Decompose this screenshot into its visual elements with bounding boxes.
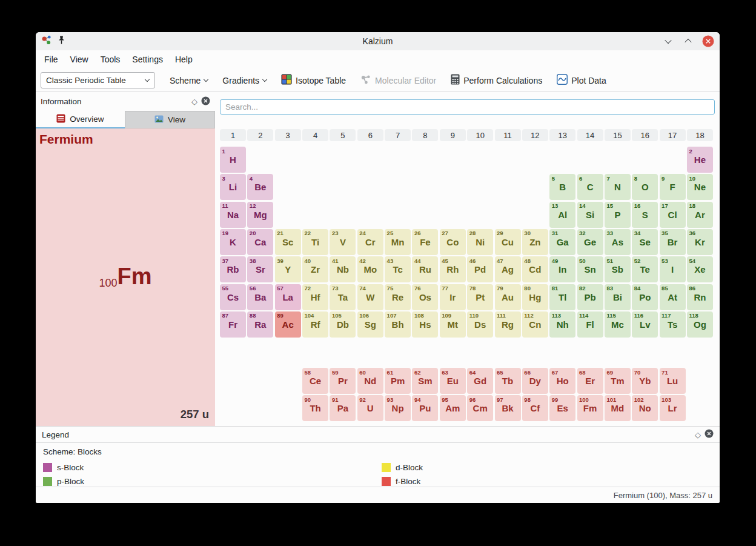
element-Rf[interactable]: 104Rf (302, 311, 328, 338)
element-Se[interactable]: 34Se (632, 229, 658, 255)
element-Rb[interactable]: 37Rb (220, 256, 246, 282)
element-Ru[interactable]: 44Ru (412, 256, 438, 282)
element-Dy[interactable]: 66Dy (522, 368, 548, 394)
element-Ne[interactable]: 10Ne (687, 174, 713, 200)
element-Nd[interactable]: 60Nd (357, 368, 383, 394)
element-Y[interactable]: 39Y (275, 256, 301, 282)
close-panel-icon[interactable] (705, 429, 714, 440)
close-button[interactable] (702, 35, 714, 47)
element-Ra[interactable]: 88Ra (247, 311, 273, 338)
element-P[interactable]: 15P (605, 202, 631, 228)
element-Cr[interactable]: 24Cr (357, 229, 383, 255)
element-Re[interactable]: 75Re (385, 284, 411, 310)
element-W[interactable]: 74W (357, 284, 383, 310)
element-No[interactable]: 102No (632, 395, 658, 421)
element-Tl[interactable]: 81Tl (549, 284, 575, 310)
element-Pu[interactable]: 94Pu (412, 395, 438, 421)
plot-data-button[interactable]: Plot Data (557, 74, 606, 87)
pin-icon[interactable] (58, 35, 65, 47)
element-Pa[interactable]: 91Pa (330, 395, 356, 421)
element-Pt[interactable]: 78Pt (467, 284, 493, 310)
float-panel-icon[interactable]: ◇ (191, 98, 197, 105)
menu-tools[interactable]: Tools (94, 50, 127, 69)
element-I[interactable]: 53I (660, 256, 686, 282)
perform-calculations-button[interactable]: Perform Calculations (451, 74, 542, 87)
element-Og[interactable]: 118Og (687, 311, 713, 338)
tab-overview[interactable]: Overview (36, 111, 125, 128)
menu-settings[interactable]: Settings (126, 50, 169, 69)
element-Rh[interactable]: 45Rh (440, 256, 466, 282)
element-Pd[interactable]: 46Pd (467, 256, 493, 282)
element-Ga[interactable]: 31Ga (549, 229, 575, 255)
element-Ca[interactable]: 20Ca (247, 229, 273, 255)
element-Al[interactable]: 13Al (549, 202, 575, 228)
close-panel-icon[interactable] (201, 96, 210, 107)
element-Md[interactable]: 101Md (605, 395, 631, 421)
element-Cn[interactable]: 112Cn (522, 311, 548, 338)
element-B[interactable]: 5B (549, 174, 575, 200)
element-Ir[interactable]: 77Ir (440, 284, 466, 310)
element-S[interactable]: 16S (632, 202, 658, 228)
element-Ac[interactable]: 89Ac (275, 311, 301, 338)
element-Rg[interactable]: 111Rg (495, 311, 521, 338)
menu-help[interactable]: Help (169, 50, 199, 69)
element-Ti[interactable]: 22Ti (302, 229, 328, 255)
element-La[interactable]: 57La (275, 284, 301, 310)
element-Cs[interactable]: 55Cs (220, 284, 246, 310)
element-Gd[interactable]: 64Gd (467, 368, 493, 394)
element-F[interactable]: 9F (660, 174, 686, 200)
element-Hf[interactable]: 72Hf (302, 284, 328, 310)
element-Sm[interactable]: 62Sm (412, 368, 438, 394)
element-Lu[interactable]: 71Lu (660, 368, 686, 394)
element-V[interactable]: 23V (330, 229, 356, 255)
element-Ar[interactable]: 18Ar (687, 202, 713, 228)
element-Sr[interactable]: 38Sr (247, 256, 273, 282)
element-Sg[interactable]: 106Sg (357, 311, 383, 338)
element-O[interactable]: 8O (632, 174, 658, 200)
element-N[interactable]: 7N (605, 174, 631, 200)
element-Cd[interactable]: 48Cd (522, 256, 548, 282)
element-Po[interactable]: 84Po (632, 284, 658, 310)
element-Hs[interactable]: 108Hs (412, 311, 438, 338)
element-At[interactable]: 85At (660, 284, 686, 310)
element-Am[interactable]: 95Am (440, 395, 466, 421)
element-Ba[interactable]: 56Ba (247, 284, 273, 310)
element-He[interactable]: 2He (687, 147, 713, 173)
element-Db[interactable]: 105Db (330, 311, 356, 338)
element-Ce[interactable]: 58Ce (302, 368, 328, 394)
menu-view[interactable]: View (64, 50, 94, 69)
element-U[interactable]: 92U (357, 395, 383, 421)
element-Tm[interactable]: 69Tm (605, 368, 631, 394)
element-Sn[interactable]: 50Sn (577, 256, 603, 282)
minimize-button[interactable] (662, 35, 674, 47)
element-As[interactable]: 33As (605, 229, 631, 255)
element-Hg[interactable]: 80Hg (522, 284, 548, 310)
element-Co[interactable]: 27Co (440, 229, 466, 255)
element-Nh[interactable]: 113Nh (549, 311, 575, 338)
element-Cm[interactable]: 96Cm (467, 395, 493, 421)
element-Nb[interactable]: 41Nb (330, 256, 356, 282)
element-Ts[interactable]: 117Ts (660, 311, 686, 338)
element-Zn[interactable]: 30Zn (522, 229, 548, 255)
element-Tc[interactable]: 43Tc (385, 256, 411, 282)
element-Eu[interactable]: 63Eu (440, 368, 466, 394)
menu-file[interactable]: File (38, 50, 64, 69)
element-Th[interactable]: 90Th (302, 395, 328, 421)
element-Li[interactable]: 3Li (220, 174, 246, 200)
element-Ho[interactable]: 67Ho (549, 368, 575, 394)
element-Fe[interactable]: 26Fe (412, 229, 438, 255)
element-H[interactable]: 1H (220, 147, 246, 173)
element-Mt[interactable]: 109Mt (440, 311, 466, 338)
element-Rn[interactable]: 86Rn (687, 284, 713, 310)
element-In[interactable]: 49In (549, 256, 575, 282)
float-panel-icon[interactable]: ◇ (695, 431, 701, 439)
element-Bk[interactable]: 97Bk (495, 395, 521, 421)
element-Br[interactable]: 35Br (660, 229, 686, 255)
element-Mn[interactable]: 25Mn (385, 229, 411, 255)
element-Cf[interactable]: 98Cf (522, 395, 548, 421)
element-Cu[interactable]: 29Cu (495, 229, 521, 255)
element-Tb[interactable]: 65Tb (495, 368, 521, 394)
element-Lr[interactable]: 103Lr (660, 395, 686, 421)
element-Sc[interactable]: 21Sc (275, 229, 301, 255)
element-Fr[interactable]: 87Fr (220, 311, 246, 338)
